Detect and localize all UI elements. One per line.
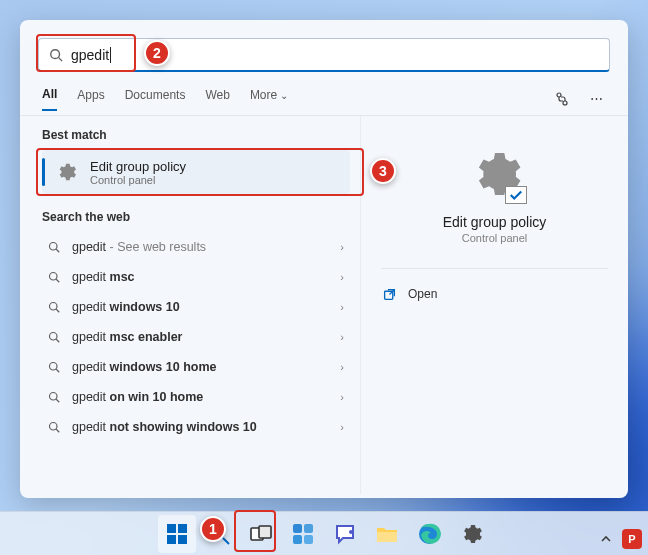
svg-point-6 [50, 273, 58, 281]
web-result-text: gpedit on win 10 home [72, 390, 203, 404]
web-result-text: gpedit msc enabler [72, 330, 183, 344]
web-results-list: gpedit - See web results › gpedit msc › … [42, 232, 350, 442]
svg-line-13 [56, 369, 59, 372]
svg-rect-20 [178, 524, 187, 533]
svg-point-2 [557, 93, 561, 97]
search-web-label: Search the web [42, 210, 350, 224]
start-button[interactable] [158, 515, 196, 553]
search-icon [48, 241, 60, 253]
best-match-label: Best match [42, 128, 350, 142]
web-result-text: gpedit not showing windows 10 [72, 420, 257, 434]
filter-tabs: All Apps Documents Web More ⋯ [20, 82, 628, 116]
widgets-button[interactable] [284, 515, 322, 553]
search-panel: gpedit All Apps Documents Web More ⋯ Bes… [20, 20, 628, 498]
svg-line-11 [56, 339, 59, 342]
divider [381, 268, 608, 269]
web-result-text: gpedit - See web results [72, 240, 206, 254]
callout-3: 3 [370, 158, 396, 184]
tray-chevron-up-icon[interactable] [596, 529, 616, 549]
svg-line-5 [56, 249, 59, 252]
more-options-icon[interactable]: ⋯ [590, 91, 606, 107]
chevron-right-icon: › [340, 421, 344, 433]
web-result-item[interactable]: gpedit windows 10 › [42, 292, 350, 322]
chevron-right-icon: › [340, 331, 344, 343]
search-query-text: gpedit [71, 47, 111, 63]
settings-button[interactable] [452, 515, 490, 553]
web-result-text: gpedit windows 10 [72, 300, 180, 314]
checkmark-badge-icon [505, 186, 527, 204]
tab-web[interactable]: Web [205, 88, 229, 110]
svg-point-4 [50, 243, 58, 251]
chevron-right-icon: › [340, 361, 344, 373]
search-input[interactable]: gpedit [38, 38, 610, 72]
web-result-item[interactable]: gpedit msc enabler › [42, 322, 350, 352]
svg-rect-30 [304, 535, 313, 544]
web-result-text: gpedit windows 10 home [72, 360, 217, 374]
svg-point-8 [50, 303, 58, 311]
results-column: Best match Edit group policy Control pan… [20, 116, 360, 494]
taskbar: P [0, 511, 648, 555]
svg-rect-27 [293, 524, 302, 533]
search-icon [48, 271, 60, 283]
chevron-right-icon: › [340, 391, 344, 403]
open-label: Open [408, 287, 437, 301]
svg-line-15 [56, 399, 59, 402]
chevron-right-icon: › [340, 301, 344, 313]
callout-2: 2 [144, 40, 170, 66]
best-match-result[interactable]: Edit group policy Control panel [42, 150, 350, 194]
search-icon [48, 331, 60, 343]
web-result-item[interactable]: gpedit - See web results › [42, 232, 350, 262]
tab-more[interactable]: More [250, 88, 288, 110]
web-result-text: gpedit msc [72, 270, 135, 284]
task-view-button[interactable] [242, 515, 280, 553]
tray-app-icon[interactable]: P [622, 529, 642, 549]
search-icon [48, 391, 60, 403]
svg-rect-26 [259, 526, 271, 538]
svg-point-10 [50, 333, 58, 341]
svg-point-0 [51, 49, 60, 58]
tab-documents[interactable]: Documents [125, 88, 186, 110]
chevron-right-icon: › [340, 241, 344, 253]
svg-point-14 [50, 393, 58, 401]
svg-rect-19 [167, 524, 176, 533]
preview-title: Edit group policy [443, 214, 547, 230]
tab-all[interactable]: All [42, 87, 57, 111]
gear-check-icon [467, 146, 523, 202]
svg-rect-32 [377, 532, 397, 542]
callout-1: 1 [200, 516, 226, 542]
open-external-icon [383, 288, 396, 301]
web-result-item[interactable]: gpedit windows 10 home › [42, 352, 350, 382]
preview-pane: Edit group policy Control panel Open [360, 116, 628, 494]
best-match-subtitle: Control panel [90, 174, 186, 186]
web-result-item[interactable]: gpedit on win 10 home › [42, 382, 350, 412]
best-match-title: Edit group policy [90, 159, 186, 174]
svg-rect-28 [304, 524, 313, 533]
svg-rect-21 [167, 535, 176, 544]
web-result-item[interactable]: gpedit not showing windows 10 › [42, 412, 350, 442]
open-action[interactable]: Open [381, 283, 608, 305]
account-link-icon[interactable] [554, 91, 570, 107]
svg-point-16 [50, 423, 58, 431]
tab-apps[interactable]: Apps [77, 88, 104, 110]
chat-button[interactable] [326, 515, 364, 553]
edge-button[interactable] [410, 515, 448, 553]
svg-line-9 [56, 309, 59, 312]
svg-point-3 [563, 101, 567, 105]
svg-line-17 [56, 429, 59, 432]
search-icon [48, 421, 60, 433]
svg-rect-22 [178, 535, 187, 544]
search-icon [49, 48, 63, 62]
svg-rect-29 [293, 535, 302, 544]
search-icon [48, 301, 60, 313]
svg-line-24 [223, 538, 229, 544]
chevron-right-icon: › [340, 271, 344, 283]
search-icon [48, 361, 60, 373]
web-result-item[interactable]: gpedit msc › [42, 262, 350, 292]
file-explorer-button[interactable] [368, 515, 406, 553]
svg-line-7 [56, 279, 59, 282]
preview-subtitle: Control panel [462, 232, 527, 244]
svg-point-31 [350, 531, 352, 533]
gear-icon [52, 158, 80, 186]
svg-point-12 [50, 363, 58, 371]
svg-line-1 [59, 57, 63, 61]
